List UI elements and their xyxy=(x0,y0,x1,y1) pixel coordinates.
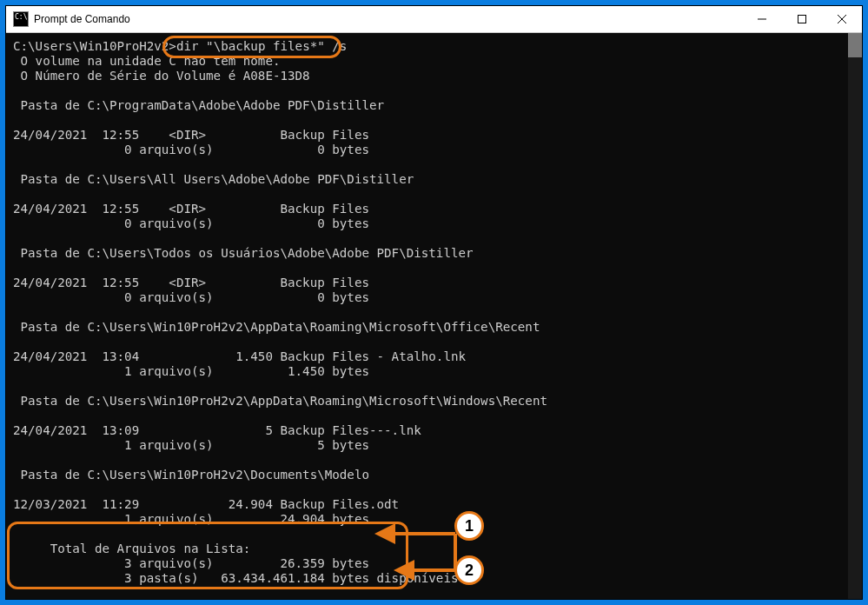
maximize-button[interactable] xyxy=(782,6,822,32)
line: Pasta de C:\Users\Win10ProH2v2\AppData\R… xyxy=(13,394,547,408)
line: 1 arquivo(s) 5 bytes xyxy=(13,438,369,452)
line: 24/04/2021 13:09 5 Backup Files---.lnk xyxy=(13,423,421,437)
line: Pasta de C:\Users\Win10ProH2v2\AppData\R… xyxy=(13,320,540,334)
terminal-area[interactable]: C:\Users\Win10ProH2v2>dir "\backup files… xyxy=(6,33,862,599)
line: Pasta de C:\Users\All Users\Adobe\Adobe … xyxy=(13,172,414,186)
cmd-window: Prompt de Comando C:\Users\Win10ProH2v2>… xyxy=(5,5,863,600)
scrollbar[interactable] xyxy=(848,33,862,599)
line: 1 arquivo(s) 1.450 bytes xyxy=(13,364,369,378)
close-button[interactable] xyxy=(822,6,862,32)
callout-2: 2 xyxy=(454,555,484,585)
line: 24/04/2021 12:55 <DIR> Backup Files xyxy=(13,202,369,216)
window-controls xyxy=(742,6,862,32)
window-title: Prompt de Comando xyxy=(34,13,130,25)
line: O Número de Série do Volume é A08E-13D8 xyxy=(13,69,310,83)
titlebar[interactable]: Prompt de Comando xyxy=(6,6,862,33)
svg-rect-1 xyxy=(798,16,806,23)
line: 0 arquivo(s) 0 bytes xyxy=(13,290,369,304)
prompt: C:\Users\Win10ProH2v2> xyxy=(13,39,176,53)
result-highlight-annotation xyxy=(7,522,408,589)
line: 0 arquivo(s) 0 bytes xyxy=(13,143,369,156)
line: 0 arquivo(s) 0 bytes xyxy=(13,216,369,230)
line: 24/04/2021 12:55 <DIR> Backup Files xyxy=(13,276,369,289)
command-highlight-annotation xyxy=(162,36,341,58)
cmd-icon xyxy=(13,11,29,27)
callout-number: 2 xyxy=(465,562,474,580)
line: Pasta de C:\Users\Todos os Usuários\Adob… xyxy=(13,246,474,260)
line: Pasta de C:\ProgramData\Adobe\Adobe PDF\… xyxy=(13,98,384,112)
line: 12/03/2021 11:29 24.904 Backup Files.odt xyxy=(13,497,399,511)
callout-number: 1 xyxy=(465,517,474,535)
line: Pasta de C:\Users\Win10ProH2v2\Documents… xyxy=(13,468,369,482)
minimize-button[interactable] xyxy=(742,6,782,32)
title-left: Prompt de Comando xyxy=(6,11,130,27)
scroll-thumb[interactable] xyxy=(848,33,862,57)
terminal-output: C:\Users\Win10ProH2v2>dir "\backup files… xyxy=(13,39,848,599)
arrow-annotation-1 xyxy=(381,534,460,589)
callout-1: 1 xyxy=(454,511,484,541)
line: 24/04/2021 13:04 1.450 Backup Files - At… xyxy=(13,349,466,363)
line: 24/04/2021 12:55 <DIR> Backup Files xyxy=(13,128,369,142)
